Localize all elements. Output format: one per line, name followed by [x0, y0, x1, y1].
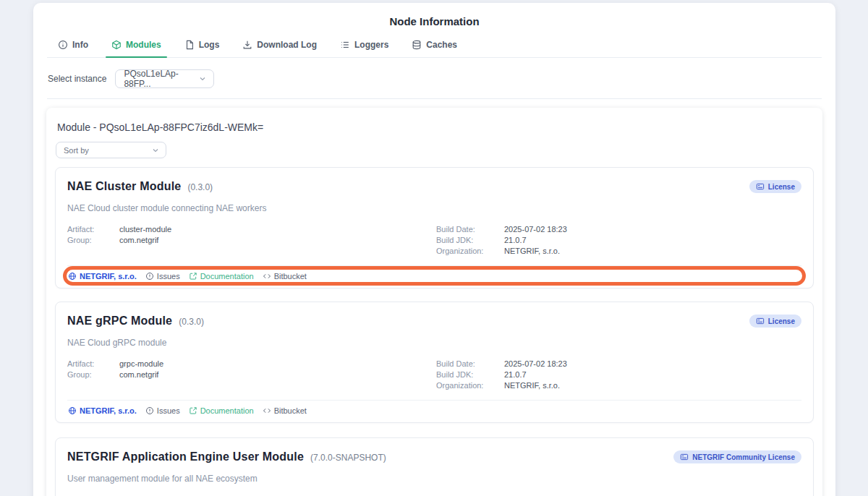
license-badge[interactable]: NETGRIF Community License — [673, 450, 801, 463]
license-icon — [756, 182, 765, 191]
tab-loggers[interactable]: Loggers — [339, 36, 390, 57]
file-icon — [184, 40, 195, 50]
module-name: NETGRIF Application Engine User Module — [67, 450, 304, 463]
module-details: Artifact:cluster-module Group:com.netgri… — [67, 224, 801, 257]
exclamation-circle-icon — [145, 272, 154, 281]
node-information-page: Node Information Info Modules Logs Downl… — [33, 3, 835, 496]
tab-label: Caches — [426, 40, 457, 50]
tab-label: Logs — [199, 40, 220, 50]
detail-row: Build JDK:21.0.7 — [436, 369, 801, 380]
section-divider — [47, 98, 822, 99]
bitbucket-link[interactable]: Bitbucket — [263, 406, 307, 415]
module-description: NAE Cloud gRPC module — [67, 338, 801, 348]
module-card-header: NAE gRPC Module (0.3.0) License — [67, 302, 801, 328]
detail-row: Build Date:2025-07-02 18:23 — [436, 224, 801, 235]
license-badge[interactable]: License — [749, 315, 801, 328]
detail-row: Organization:NETGRIF, s.r.o. — [436, 246, 801, 257]
cube-icon — [111, 40, 122, 50]
issues-link[interactable]: Issues — [145, 406, 180, 415]
license-badge-label: License — [768, 183, 795, 191]
detail-row: Artifact:cluster-module — [67, 224, 436, 235]
tab-info[interactable]: Info — [56, 36, 90, 57]
detail-row: Organization:NETGRIF, s.r.o. — [436, 380, 801, 391]
list-icon — [340, 40, 350, 50]
module-panel: Module - PQsoL1eLAp-88FPC7iz6dL-WEMk= So… — [46, 108, 822, 496]
instance-select[interactable]: PQsoL1eLAp-88FP... — [115, 69, 214, 88]
exclamation-circle-icon — [145, 406, 154, 415]
external-link-icon — [189, 272, 197, 281]
license-icon — [680, 453, 689, 461]
bitbucket-link[interactable]: Bitbucket — [263, 272, 307, 281]
module-name: NAE Cluster Module — [67, 180, 181, 193]
module-description: NAE Cloud cluster module connecting NAE … — [67, 203, 801, 213]
tab-label: Info — [72, 40, 88, 50]
tab-modules[interactable]: Modules — [110, 36, 163, 57]
license-badge-label: NETGRIF Community License — [692, 453, 795, 461]
module-card-header: NETGRIF Application Engine User Module (… — [67, 438, 801, 463]
external-link-icon — [189, 406, 197, 415]
detail-row: Artifact:grpc-module — [67, 359, 436, 369]
module-card: NAE Cluster Module (0.3.0) License NAE C… — [55, 167, 814, 288]
database-icon — [412, 40, 422, 50]
website-link[interactable]: NETGRIF, s.r.o. — [68, 272, 137, 281]
module-description: User management module for all NAE ecosy… — [67, 474, 801, 484]
tab-label: Modules — [126, 40, 161, 50]
issues-link[interactable]: Issues — [145, 272, 180, 281]
module-card: NETGRIF Application Engine User Module (… — [55, 437, 814, 496]
sort-by-value: Sort by — [64, 146, 89, 155]
code-icon — [263, 406, 271, 415]
page-title: Node Information — [33, 3, 835, 28]
module-version: (7.0.0-SNAPSHOT) — [310, 451, 386, 463]
chevron-down-icon — [151, 146, 160, 155]
globe-icon — [68, 406, 77, 415]
detail-row: Build Date:2025-07-02 18:23 — [436, 359, 801, 369]
download-icon — [242, 40, 252, 50]
module-version: (0.3.0) — [187, 181, 213, 192]
module-panel-title: Module - PQsoL1eLAp-88FPC7iz6dL-WEMk= — [57, 121, 814, 133]
detail-row: Group:com.netgrif — [67, 369, 436, 380]
chevron-down-icon — [198, 74, 207, 83]
module-details: Artifact:grpc-module Group:com.netgrif B… — [67, 359, 801, 391]
license-badge-label: License — [768, 317, 795, 325]
instance-selector-label: Select instance — [48, 74, 106, 84]
tab-logs[interactable]: Logs — [183, 36, 221, 57]
sort-by-select[interactable]: Sort by — [56, 142, 166, 158]
tab-label: Download Log — [257, 40, 317, 50]
detail-row: Build JDK:21.0.7 — [436, 235, 801, 246]
module-links-row: NETGRIF, s.r.o. Issues Documentation Bit… — [67, 265, 801, 288]
tab-download-log[interactable]: Download Log — [241, 36, 318, 57]
license-icon — [756, 317, 765, 325]
instance-selector-row: Select instance PQsoL1eLAp-88FP... — [33, 58, 835, 98]
detail-row: Group:com.netgrif — [67, 235, 436, 246]
module-links-row: NETGRIF, s.r.o. Issues Documentation Bit… — [67, 400, 801, 422]
tab-caches[interactable]: Caches — [410, 36, 459, 57]
instance-select-value: PQsoL1eLAp-88FP... — [124, 69, 198, 89]
license-badge[interactable]: License — [749, 180, 801, 193]
info-circle-icon — [58, 40, 68, 50]
tab-bar: Info Modules Logs Download Log Loggers C… — [47, 36, 822, 58]
code-icon — [263, 272, 271, 281]
module-name: NAE gRPC Module — [67, 315, 172, 328]
tab-label: Loggers — [354, 40, 388, 50]
website-link[interactable]: NETGRIF, s.r.o. — [68, 406, 137, 415]
documentation-link[interactable]: Documentation — [189, 406, 254, 415]
module-card: NAE gRPC Module (0.3.0) License NAE Clou… — [55, 302, 814, 423]
module-card-header: NAE Cluster Module (0.3.0) License — [67, 168, 801, 193]
documentation-link[interactable]: Documentation — [189, 272, 254, 281]
module-version: (0.3.0) — [179, 315, 204, 327]
globe-icon — [68, 272, 77, 281]
